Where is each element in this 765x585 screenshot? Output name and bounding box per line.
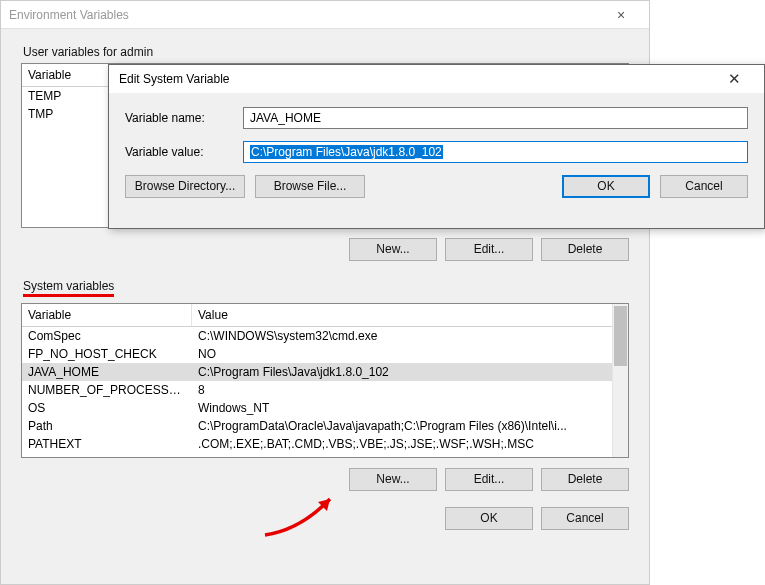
cell-variable: Path	[22, 417, 192, 435]
edit-system-variable-dialog: Edit System Variable ✕ Variable name: JA…	[108, 64, 765, 229]
system-delete-button[interactable]: Delete	[541, 468, 629, 491]
table-row[interactable]: OSWindows_NT	[22, 399, 628, 417]
cell-value: C:\ProgramData\Oracle\Java\javapath;C:\P…	[192, 417, 628, 435]
browse-directory-button[interactable]: Browse Directory...	[125, 175, 245, 198]
cell-variable: FP_NO_HOST_CHECK	[22, 345, 192, 363]
cell-value: C:\WINDOWS\system32\cmd.exe	[192, 327, 628, 345]
titlebar: Edit System Variable ✕	[109, 65, 764, 93]
cell-variable: OS	[22, 399, 192, 417]
list-header: Variable Value	[22, 304, 628, 327]
system-edit-button[interactable]: Edit...	[445, 468, 533, 491]
close-icon[interactable]: ×	[601, 7, 641, 23]
cell-value: NO	[192, 345, 628, 363]
ok-button[interactable]: OK	[445, 507, 533, 530]
system-new-button[interactable]: New...	[349, 468, 437, 491]
table-row[interactable]: FP_NO_HOST_CHECKNO	[22, 345, 628, 363]
cell-value: Windows_NT	[192, 399, 628, 417]
table-row[interactable]: PATHEXT.COM;.EXE;.BAT;.CMD;.VBS;.VBE;.JS…	[22, 435, 628, 453]
cell-variable: JAVA_HOME	[22, 363, 192, 381]
user-new-button[interactable]: New...	[349, 238, 437, 261]
table-row[interactable]: NUMBER_OF_PROCESSORS8	[22, 381, 628, 399]
titlebar: Environment Variables ×	[1, 1, 649, 29]
column-variable[interactable]: Variable	[22, 304, 192, 326]
dialog-title: Edit System Variable	[119, 72, 714, 86]
user-delete-button[interactable]: Delete	[541, 238, 629, 261]
user-edit-button[interactable]: Edit...	[445, 238, 533, 261]
table-row[interactable]: ComSpecC:\WINDOWS\system32\cmd.exe	[22, 327, 628, 345]
column-value[interactable]: Value	[192, 304, 628, 326]
cell-value: .COM;.EXE;.BAT;.CMD;.VBS;.VBE;.JS;.JSE;.…	[192, 435, 628, 453]
cell-variable: ComSpec	[22, 327, 192, 345]
browse-file-button[interactable]: Browse File...	[255, 175, 365, 198]
system-variables-list[interactable]: Variable Value ComSpecC:\WINDOWS\system3…	[21, 303, 629, 458]
variable-value-label: Variable value:	[125, 145, 243, 159]
close-icon[interactable]: ✕	[714, 70, 754, 88]
system-variables-label: System variables	[21, 279, 629, 297]
cell-value: C:\Program Files\Java\jdk1.8.0_102	[192, 363, 628, 381]
cancel-button[interactable]: Cancel	[660, 175, 748, 198]
scrollbar-thumb[interactable]	[614, 306, 627, 366]
window-title: Environment Variables	[9, 8, 601, 22]
variable-value-input[interactable]: C:\Program Files\Java\jdk1.8.0_102	[243, 141, 748, 163]
user-variables-label: User variables for admin	[21, 45, 629, 59]
cell-value: 8	[192, 381, 628, 399]
table-row[interactable]: PathC:\ProgramData\Oracle\Java\javapath;…	[22, 417, 628, 435]
table-row[interactable]: JAVA_HOMEC:\Program Files\Java\jdk1.8.0_…	[22, 363, 628, 381]
cell-variable: NUMBER_OF_PROCESSORS	[22, 381, 192, 399]
scrollbar[interactable]	[612, 304, 628, 457]
cancel-button[interactable]: Cancel	[541, 507, 629, 530]
variable-name-label: Variable name:	[125, 111, 243, 125]
ok-button[interactable]: OK	[562, 175, 650, 198]
variable-name-input[interactable]: JAVA_HOME	[243, 107, 748, 129]
cell-variable: PATHEXT	[22, 435, 192, 453]
